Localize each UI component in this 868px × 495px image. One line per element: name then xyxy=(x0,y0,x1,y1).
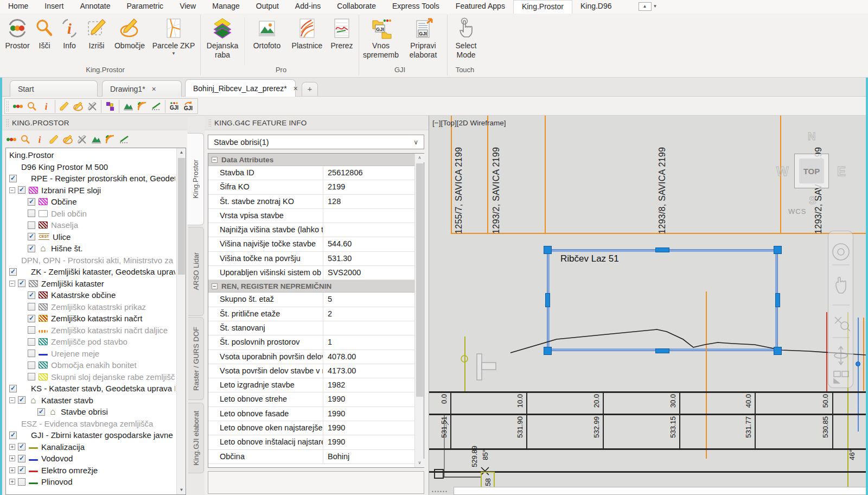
command-line-strip[interactable] xyxy=(454,487,866,495)
close-icon[interactable]: × xyxy=(152,85,156,93)
attribute-row[interactable]: Št. poslovnih prostorov1 xyxy=(208,335,415,350)
tree-item[interactable]: ZK - Zemljiški kataster, Geodetska uprav… xyxy=(6,266,175,278)
tree-item[interactable]: Katastrske občine xyxy=(6,289,175,301)
ribbon-button-izrisi[interactable]: Izriši xyxy=(82,15,111,66)
attribute-row[interactable]: Šifra KO2199 xyxy=(208,180,415,194)
tree-item[interactable]: Urejene meje xyxy=(6,348,175,360)
attribute-row[interactable]: Št. stavbe znotraj KO128 xyxy=(208,195,415,209)
checkbox[interactable] xyxy=(9,268,17,276)
search-icon[interactable] xyxy=(18,133,33,146)
erase-pencil-icon[interactable] xyxy=(75,133,89,146)
menu-express-tools[interactable]: Express Tools xyxy=(384,0,448,14)
grip-corner[interactable] xyxy=(544,246,552,254)
attribute-row[interactable]: Vsota površin delov stavbe v m.4173.00 xyxy=(208,364,415,378)
signal-arcs-icon[interactable] xyxy=(135,100,149,113)
ribbon-button-pripravi-elaborat[interactable]: GJI Pripravi elaborat xyxy=(401,15,445,66)
close-icon[interactable]: × xyxy=(293,84,298,93)
checkbox[interactable] xyxy=(18,466,25,474)
gji-dots-icon[interactable]: GJI xyxy=(167,100,181,113)
map-viewport[interactable]: [−][Top][2D Wireframe] 1255/7, SAVICA 21… xyxy=(429,116,866,495)
attribute-row[interactable]: Št. stanovanj xyxy=(208,321,415,335)
collapse-icon[interactable]: − xyxy=(9,281,15,287)
section-header[interactable]: −REN, REGISTER NEPREMIČNIN xyxy=(208,280,415,293)
purple-squares-icon[interactable] xyxy=(103,100,117,113)
tree-item[interactable]: +Vodovod xyxy=(6,453,175,465)
attribute-row[interactable]: Višina najvišje točke stavbe544.60 xyxy=(208,237,415,251)
terrain-icon[interactable] xyxy=(121,100,135,113)
menu-annotate[interactable]: Annotate xyxy=(72,0,118,14)
tree-item[interactable]: DPN, OPN - Prostorski akti, Ministrstvo … xyxy=(6,255,175,266)
tree-item[interactable]: ⌂Stavbe obrisi xyxy=(6,406,175,418)
tree-item[interactable]: Skupni sloj dejanske rabe zemljišč xyxy=(6,371,175,383)
slope-icon[interactable] xyxy=(149,100,163,113)
checkbox[interactable] xyxy=(18,443,25,450)
grip-midpoint[interactable] xyxy=(655,248,669,252)
checkbox[interactable] xyxy=(28,350,35,357)
panel-grip[interactable] xyxy=(6,119,9,126)
ribbon-button-plastnice[interactable]: Plastnice xyxy=(288,15,327,66)
tree-item[interactable]: −Zemljiški kataster xyxy=(6,278,175,290)
viewcube-east[interactable]: E xyxy=(837,164,846,179)
grip-corner[interactable] xyxy=(774,246,782,254)
ribbon-button-prerez[interactable]: Prerez xyxy=(327,15,357,66)
menu-featured-apps[interactable]: Featured Apps xyxy=(448,0,513,14)
checkbox[interactable] xyxy=(9,431,17,439)
attribute-row[interactable]: Leto obnove fasade1990 xyxy=(208,407,415,421)
toolbar-grip[interactable] xyxy=(6,100,9,112)
tree-item[interactable]: Zemljišče pod stavbo xyxy=(6,336,175,348)
checkbox[interactable] xyxy=(9,175,17,182)
checkbox[interactable] xyxy=(28,315,35,322)
section-header[interactable]: −Data Attributes xyxy=(208,154,415,166)
tree-item[interactable]: King.Prostor xyxy=(6,149,175,161)
attribute-row[interactable]: Uporabljen višinski sistem ob izSVS2000 xyxy=(208,266,415,280)
checkbox[interactable] xyxy=(28,326,35,334)
side-tab-raster-gurs-dof[interactable]: Raster / GURS DOF xyxy=(188,317,204,400)
checkbox[interactable] xyxy=(28,221,35,229)
ribbon-button-info[interactable]: i Info xyxy=(56,15,82,66)
menu-parametric[interactable]: Parametric xyxy=(118,0,171,14)
attribute-row[interactable]: Stavba ID25612806 xyxy=(208,166,415,180)
checkbox[interactable] xyxy=(18,186,25,194)
attribute-row[interactable]: Št. pritlične etaže2 xyxy=(208,307,415,321)
ribbon-button-vnos-sprememb[interactable]: GJI Vnos sprememb xyxy=(361,15,401,66)
checkbox[interactable] xyxy=(9,385,17,392)
attribute-row[interactable]: Leto obnove inštalacij najstarej1990 xyxy=(208,435,415,449)
ribbon-collapse-button[interactable]: ▲ ▼ xyxy=(639,2,658,11)
menu-addins[interactable]: Add-ins xyxy=(287,0,329,14)
expand-icon[interactable]: + xyxy=(9,467,15,473)
tree-item[interactable]: RPE - Register prostorskih enot, Geodets… xyxy=(6,173,175,185)
tree-item[interactable]: −Izbrani RPE sloji xyxy=(6,185,175,196)
menu-collaborate[interactable]: Collaborate xyxy=(329,0,384,14)
checkbox[interactable] xyxy=(28,233,35,240)
panel-grip[interactable] xyxy=(208,119,211,126)
attribute-row[interactable]: Vsota uporabnih površin delov4078.00 xyxy=(208,350,415,364)
scroll-thumb[interactable] xyxy=(178,158,185,275)
attribute-row[interactable]: Leto obnove oken najstarejše1990 xyxy=(208,421,415,435)
pencil-icon[interactable] xyxy=(57,100,71,113)
panel-header[interactable]: KING.PROSTOR xyxy=(2,116,187,130)
tab-bohinj-ribcev-laz-prerez[interactable]: Bohinj_Ribcev_Laz_prerez* × xyxy=(185,79,296,97)
expand-icon[interactable]: + xyxy=(9,444,15,450)
tree-item[interactable]: Zemljiško katastrski načrt xyxy=(6,313,175,325)
tree-item[interactable]: CESTUlice xyxy=(6,231,175,243)
side-tab-king-gji-elaborat[interactable]: King.GJI elaborat xyxy=(188,403,204,473)
viewcube-south[interactable]: S xyxy=(809,194,816,207)
menu-insert[interactable]: Insert xyxy=(36,0,72,14)
checkbox[interactable] xyxy=(18,280,25,287)
map-navigation-toolbar[interactable] xyxy=(828,231,853,388)
tree-item[interactable]: GJI - Zbirni kataster gospodarske javne … xyxy=(6,429,175,441)
viewport-controls-label[interactable]: [−][Top][2D Wireframe] xyxy=(432,119,506,127)
new-tab-button[interactable]: + xyxy=(302,82,318,96)
tree-item[interactable]: Naselja xyxy=(6,219,175,231)
tree-item[interactable]: Zemljiško katastrski prikaz xyxy=(6,301,175,313)
grip-midpoint[interactable] xyxy=(545,293,550,307)
tree-item[interactable]: −⌂Kataster stavb xyxy=(6,395,175,407)
terrain-icon[interactable] xyxy=(89,133,103,146)
collapse-icon[interactable]: − xyxy=(212,157,218,163)
pencil-icon[interactable] xyxy=(47,133,61,146)
tree-item[interactable]: Zemljiško katastrski načrt daljice xyxy=(6,325,175,337)
ribbon-button-parcele-zkp[interactable]: Parcele ZKP ▼ xyxy=(149,15,199,66)
side-tab-king-prostor[interactable]: King.Prostor xyxy=(187,133,204,225)
checkbox[interactable] xyxy=(28,291,35,299)
checkbox[interactable] xyxy=(18,478,25,486)
